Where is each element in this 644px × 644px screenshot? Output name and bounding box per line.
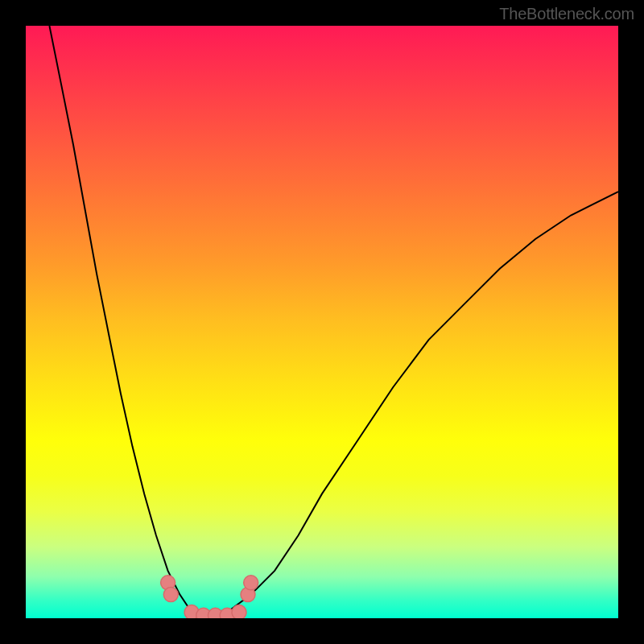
chart-frame: TheBottleneck.com <box>0 0 644 644</box>
watermark-text: TheBottleneck.com <box>499 5 634 23</box>
plot-area <box>26 26 618 618</box>
curve-layer <box>26 26 618 618</box>
curve-right-branch <box>204 192 618 618</box>
curve-left-branch <box>49 26 203 618</box>
highlight-dot <box>232 605 246 618</box>
highlight-dots <box>161 576 258 618</box>
highlight-dot <box>244 576 258 590</box>
highlight-dot <box>163 588 178 602</box>
